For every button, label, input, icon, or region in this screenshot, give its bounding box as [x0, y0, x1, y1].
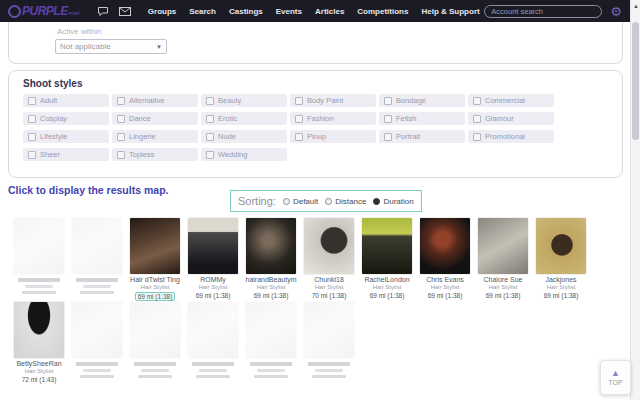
- nav-item-castings[interactable]: Castings: [229, 7, 263, 16]
- active-within-select[interactable]: Not applicable ▼: [55, 39, 167, 54]
- profile-card[interactable]: [68, 218, 126, 301]
- profile-name[interactable]: [18, 278, 60, 282]
- sorting-options: DefaultDistanceDuration: [283, 197, 414, 206]
- profile-photo[interactable]: [304, 302, 354, 358]
- style-label: Cosplay: [40, 114, 67, 123]
- profile-name[interactable]: Chalore Sue: [474, 276, 532, 284]
- profile-photo[interactable]: [130, 218, 180, 274]
- profile-card[interactable]: [126, 302, 184, 385]
- profile-card[interactable]: Hair dTwist Ting Hair Stylist 69 mi (1:3…: [126, 218, 184, 301]
- profile-name[interactable]: Jackjones: [532, 276, 590, 284]
- logo-text: PURPLE: [22, 4, 68, 18]
- profile-card[interactable]: Chunki18 Hair Stylist 70 mi (1:38): [300, 218, 358, 301]
- sort-option-default[interactable]: Default: [283, 197, 318, 206]
- profile-photo[interactable]: [362, 218, 412, 274]
- profile-card[interactable]: [184, 302, 242, 385]
- profile-photo[interactable]: [246, 302, 296, 358]
- profile-card[interactable]: RachelLondon Hair Stylist 69 mi (1:38): [358, 218, 416, 301]
- profile-photo[interactable]: [246, 218, 296, 274]
- account-search-input[interactable]: [484, 5, 602, 18]
- envelope-icon[interactable]: [119, 7, 131, 16]
- profile-name[interactable]: Hair dTwist Ting: [126, 276, 184, 284]
- purpleport-logo[interactable]: PURPLE PORT: [8, 4, 80, 18]
- profile-photo[interactable]: [14, 218, 64, 274]
- scroll-to-top-button[interactable]: ▲ TOP: [600, 360, 631, 395]
- profile-name[interactable]: ROMMy: [184, 276, 242, 284]
- scrollbar-up-arrow[interactable]: ▲: [633, 3, 639, 9]
- profile-card[interactable]: Chris Evans Hair Stylist 69 mi (1:38): [416, 218, 474, 301]
- profile-photo[interactable]: [304, 218, 354, 274]
- profile-name[interactable]: hairandBeautym: [242, 276, 300, 284]
- style-checkbox-dance[interactable]: Dance: [112, 112, 198, 125]
- profile-photo[interactable]: [420, 218, 470, 274]
- profile-name[interactable]: [308, 362, 350, 366]
- profile-name[interactable]: [134, 362, 176, 366]
- profile-role: Hair Stylist: [242, 284, 300, 291]
- style-checkbox-lingerie[interactable]: Lingerie: [112, 130, 198, 143]
- profile-role: Hair Stylist: [474, 284, 532, 291]
- nav-item-search[interactable]: Search: [189, 7, 216, 16]
- profile-card[interactable]: Chalore Sue Hair Stylist 69 mi (1:38): [474, 218, 532, 301]
- nav-item-events[interactable]: Events: [276, 7, 302, 16]
- nav-item-competitions[interactable]: Competitions: [357, 7, 408, 16]
- gear-icon[interactable]: ⚙: [610, 5, 622, 18]
- profile-card[interactable]: [300, 302, 358, 385]
- checkbox-icon: [295, 133, 303, 141]
- scrollbar-thumb[interactable]: [632, 22, 639, 140]
- style-checkbox-wedding[interactable]: Wedding: [201, 148, 287, 161]
- profile-name[interactable]: [76, 362, 118, 366]
- profile-card[interactable]: Jackjones Hair Stylist 69 mi (1:38): [532, 218, 590, 301]
- style-checkbox-topless[interactable]: Topless: [112, 148, 198, 161]
- sort-option-duration[interactable]: Duration: [373, 197, 413, 206]
- profile-photo[interactable]: [72, 302, 122, 358]
- style-checkbox-sheer[interactable]: Sheer: [23, 148, 109, 161]
- style-label: Adult: [40, 96, 57, 105]
- profile-distance: 69 mi (1:38): [416, 292, 474, 301]
- profile-photo[interactable]: [188, 302, 238, 358]
- page-scrollbar[interactable]: ▲: [630, 0, 640, 400]
- profile-photo[interactable]: [188, 218, 238, 274]
- shoot-styles-title: Shoot styles: [23, 78, 82, 89]
- style-checkbox-commercial[interactable]: Commercial: [468, 94, 554, 107]
- style-checkbox-body-paint[interactable]: Body Paint: [290, 94, 376, 107]
- style-checkbox-lifestyle[interactable]: Lifestyle: [23, 130, 109, 143]
- results-row-2: BettySheeRan Hair Stylist 72 mi (1:43): [10, 302, 358, 385]
- style-checkbox-cosplay[interactable]: Cosplay: [23, 112, 109, 125]
- results-map-link[interactable]: Click to display the results map.: [8, 184, 168, 196]
- profile-card[interactable]: [68, 302, 126, 385]
- style-checkbox-bondage[interactable]: Bondage: [379, 94, 465, 107]
- style-checkbox-pinup[interactable]: Pinup: [290, 130, 376, 143]
- profile-photo[interactable]: [478, 218, 528, 274]
- profile-photo[interactable]: [536, 218, 586, 274]
- style-checkbox-portrait[interactable]: Portrait: [379, 130, 465, 143]
- profile-card[interactable]: ROMMy Hair Stylist 69 mi (1:38): [184, 218, 242, 301]
- style-checkbox-fetish[interactable]: Fetish: [379, 112, 465, 125]
- style-checkbox-beauty[interactable]: Beauty: [201, 94, 287, 107]
- nav-item-help-support[interactable]: Help & Support: [421, 7, 479, 16]
- profile-name[interactable]: RachelLondon: [358, 276, 416, 284]
- profile-name[interactable]: Chunki18: [300, 276, 358, 284]
- profile-card[interactable]: BettySheeRan Hair Stylist 72 mi (1:43): [10, 302, 68, 385]
- style-checkbox-glamour[interactable]: Glamour: [468, 112, 554, 125]
- sort-option-distance[interactable]: Distance: [325, 197, 366, 206]
- style-checkbox-adult[interactable]: Adult: [23, 94, 109, 107]
- profile-photo[interactable]: [72, 218, 122, 274]
- profile-card[interactable]: [10, 218, 68, 301]
- style-checkbox-fashion[interactable]: Fashion: [290, 112, 376, 125]
- style-checkbox-promotional[interactable]: Promotional: [468, 130, 554, 143]
- profile-name[interactable]: Chris Evans: [416, 276, 474, 284]
- style-checkbox-alternative[interactable]: Alternative: [112, 94, 198, 107]
- nav-item-groups[interactable]: Groups: [148, 7, 176, 16]
- profile-name[interactable]: [192, 362, 234, 366]
- nav-item-articles[interactable]: Articles: [315, 7, 344, 16]
- profile-name[interactable]: [76, 278, 118, 282]
- profile-card[interactable]: hairandBeautym Hair Stylist 69 mi (1:38): [242, 218, 300, 301]
- profile-photo[interactable]: [130, 302, 180, 358]
- profile-name[interactable]: [250, 362, 292, 366]
- chat-bubble-icon[interactable]: [97, 6, 109, 17]
- style-checkbox-erotic[interactable]: Erotic: [201, 112, 287, 125]
- profile-name[interactable]: BettySheeRan: [10, 360, 68, 368]
- profile-card[interactable]: [242, 302, 300, 385]
- style-checkbox-nude[interactable]: Nude: [201, 130, 287, 143]
- profile-photo[interactable]: [14, 302, 64, 358]
